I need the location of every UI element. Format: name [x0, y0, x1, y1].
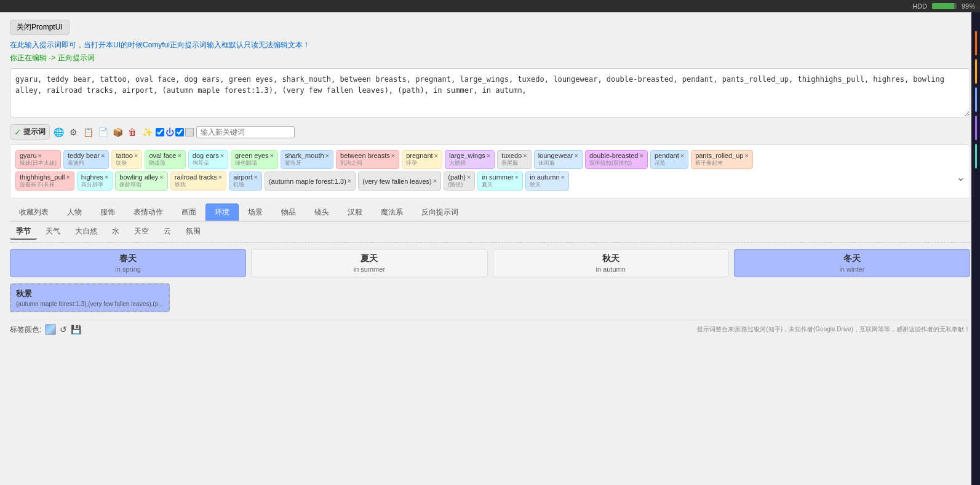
sub-tab-water[interactable]: 水 [106, 224, 125, 240]
tab-hanfu[interactable]: 汉服 [338, 203, 372, 221]
tag-pants-rolled-up[interactable]: pants_rolled_up × 裤子卷起来 [691, 150, 753, 169]
keyword-search-input[interactable] [196, 126, 295, 138]
tag-loungewear-close[interactable]: × [575, 152, 578, 159]
tag-between-breasts[interactable]: between breasts × 乳沟之间 [336, 150, 399, 169]
tag-pendant[interactable]: pendant × 吊坠 [650, 150, 688, 169]
season-spring[interactable]: 春天 in spring [10, 249, 246, 277]
tab-items[interactable]: 物品 [272, 203, 305, 221]
tag-railroad-tracks[interactable]: railroad tracks × 铁轨 [170, 172, 227, 191]
autumn-scene-desc: (autumn maple forest:1.3),(very few fall… [16, 301, 164, 307]
sub-tab-weather[interactable]: 天气 [39, 224, 66, 240]
season-summer-en: in summer [255, 266, 483, 273]
tag-thighhighs-pull-close[interactable]: × [66, 174, 70, 181]
box-icon[interactable]: 📦 [111, 126, 124, 138]
tag-large-wings-close[interactable]: × [487, 152, 490, 159]
sub-tab-nature[interactable]: 大自然 [69, 224, 103, 240]
prompt-textarea[interactable]: gyaru, teddy bear, tattoo, oval face, do… [10, 68, 970, 117]
tab-magic[interactable]: 魔法系 [372, 203, 412, 221]
tab-camera[interactable]: 镜头 [305, 203, 338, 221]
tag-fallen-leaves[interactable]: (very few fallen leaves) × [358, 172, 441, 191]
tag-green-eyes-close[interactable]: × [270, 152, 274, 159]
tag-in-summer-close[interactable]: × [515, 174, 519, 181]
tag-teddy-bear-sub: 泰迪熊 [68, 159, 84, 167]
color-swatch[interactable] [45, 324, 56, 335]
tag-highres[interactable]: highres × 高分辨率 [77, 172, 113, 191]
tab-environment[interactable]: 环境 [205, 203, 239, 221]
tab-location[interactable]: 场景 [239, 203, 272, 221]
reset-icon[interactable]: ↺ [60, 325, 67, 334]
tag-gyaru-sub: 辣妹(日本太妹) [20, 159, 57, 167]
checkbox-blue[interactable] [156, 128, 164, 136]
globe-icon[interactable]: 🌐 [52, 126, 65, 138]
tag-bowling-alley-close[interactable]: × [159, 174, 163, 181]
tag-pants-rolled-up-close[interactable]: × [744, 152, 748, 159]
tag-highres-close[interactable]: × [105, 174, 108, 181]
tag-pregnant[interactable]: pregnant × 怀孕 [402, 150, 442, 169]
season-autumn[interactable]: 秋天 in autumn [493, 249, 729, 277]
tag-teddy-bear[interactable]: teddy bear × 泰迪熊 [63, 150, 109, 169]
tab-reverse[interactable]: 反向提示词 [412, 203, 468, 221]
collapse-tags-button[interactable]: ⌄ [957, 172, 965, 191]
tag-in-autumn-close[interactable]: × [561, 174, 565, 181]
delete-icon[interactable]: 🗑 [126, 126, 138, 138]
season-winter[interactable]: 冬天 in winter [734, 249, 970, 277]
sub-tab-season[interactable]: 季节 [10, 224, 37, 240]
copy-icon[interactable]: 📋 [82, 126, 94, 138]
settings-icon[interactable]: ⚙ [67, 126, 79, 138]
tag-airport-close[interactable]: × [253, 174, 257, 181]
ai-icon[interactable]: ✨ [141, 126, 153, 138]
tag-thighhighs-pull[interactable]: thighhighs_pull × 拉着袜子(长袜 [15, 172, 74, 191]
tag-gyaru[interactable]: gyaru × 辣妹(日本太妹) [15, 150, 61, 169]
tag-large-wings[interactable]: large_wings × 大翅膀 [445, 150, 495, 169]
tag-autumn-maple-close[interactable]: × [348, 178, 351, 184]
tag-tattoo[interactable]: tattoo × 纹身 [111, 150, 142, 169]
tag-tattoo-close[interactable]: × [134, 152, 138, 159]
tab-scene[interactable]: 画面 [172, 203, 205, 221]
tag-oval-face-close[interactable]: × [177, 152, 181, 159]
tab-collection[interactable]: 收藏列表 [10, 203, 58, 221]
tab-person[interactable]: 人物 [58, 203, 91, 221]
tag-fallen-leaves-close[interactable]: × [433, 178, 437, 184]
autumn-scene-card[interactable]: 秋景 (autumn maple forest:1.3),(very few f… [10, 283, 170, 312]
tag-pendant-close[interactable]: × [680, 152, 684, 159]
tags-row-1: gyaru × 辣妹(日本太妹) teddy bear × 泰迪熊 [15, 150, 965, 169]
sub-tab-cloud[interactable]: 云 [157, 224, 177, 240]
tag-double-breasted-close[interactable]: × [639, 152, 643, 159]
sub-tab-atmosphere[interactable]: 氛围 [180, 224, 207, 240]
tab-expression[interactable]: 表情动作 [124, 203, 172, 221]
sub-tab-sky[interactable]: 天空 [128, 224, 155, 240]
tag-shark-mouth[interactable]: shark_mouth × 鲨鱼牙 [281, 150, 333, 169]
tag-in-autumn[interactable]: in autumn × 秋天 [525, 172, 569, 191]
close-promptui-button[interactable]: 关闭PromptUI [10, 20, 70, 35]
tag-bowling-alley[interactable]: bowling alley × 保龄球馆 [115, 172, 167, 191]
tag-gyaru-close[interactable]: × [38, 152, 42, 159]
tag-loungewear-sub: 休闲服 [538, 159, 555, 167]
tags-row-2: thighhighs_pull × 拉着袜子(长袜 highres × 高分辨率 [15, 172, 965, 191]
tag-dog-ears-close[interactable]: × [220, 152, 224, 159]
tag-bowling-alley-sub: 保龄球馆 [119, 181, 141, 189]
tag-autumn-maple[interactable]: (autumn maple forest:1.3) × [265, 172, 356, 191]
paste-icon[interactable]: 📄 [97, 126, 109, 138]
tag-dog-ears[interactable]: dog ears × 狗耳朵 [188, 150, 228, 169]
tag-oval-face[interactable]: oval face × 鹅蛋脸 [145, 150, 185, 169]
tag-loungewear[interactable]: loungewear × 休闲服 [534, 150, 583, 169]
tag-double-breasted[interactable]: double-breasted × 双排纽扣(双排扣) [585, 150, 648, 169]
tag-in-summer[interactable]: in summer × 夏天 [477, 172, 523, 191]
tag-railroad-tracks-close[interactable]: × [218, 174, 222, 181]
check-circle-icon: ✓ [14, 127, 22, 137]
tag-pregnant-close[interactable]: × [434, 152, 438, 159]
tag-airport[interactable]: airport × 机场 [229, 172, 262, 191]
tab-clothing[interactable]: 服饰 [91, 203, 124, 221]
tag-teddy-bear-close[interactable]: × [101, 152, 105, 159]
tag-green-eyes[interactable]: green eyes × 绿色眼睛 [231, 150, 278, 169]
season-spring-en: in spring [14, 266, 242, 273]
tag-path[interactable]: (path) × (路径) [444, 172, 475, 191]
save-color-icon[interactable]: 💾 [71, 325, 81, 334]
tag-tuxedo-close[interactable]: × [523, 152, 527, 159]
season-summer[interactable]: 夏天 in summer [251, 249, 487, 277]
tag-path-close[interactable]: × [467, 174, 471, 181]
tag-tuxedo[interactable]: tuxedo × 燕尾服 [497, 150, 531, 169]
tag-between-breasts-close[interactable]: × [391, 152, 395, 159]
checkbox-green[interactable] [175, 128, 184, 136]
tag-shark-mouth-close[interactable]: × [325, 152, 329, 159]
